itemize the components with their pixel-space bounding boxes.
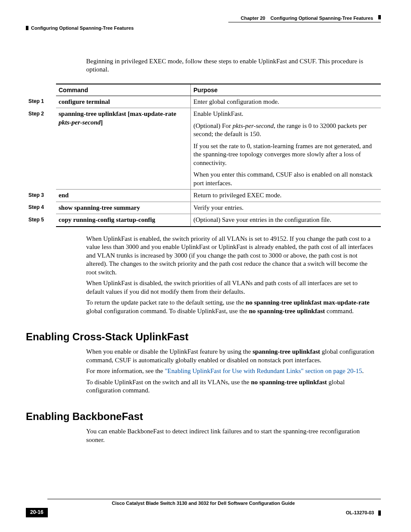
purpose-cell: Return to privileged EXEC mode. bbox=[191, 190, 381, 202]
body-paragraph: When UplinkFast is disabled, the switch … bbox=[86, 279, 377, 296]
footer-rule-endcap bbox=[378, 510, 381, 516]
col-purpose-header: Purpose bbox=[191, 84, 381, 96]
command-cell: spanning-tree uplinkfast [max-update-rat… bbox=[56, 108, 191, 190]
command-cell: copy running-config startup-config bbox=[56, 214, 191, 227]
page-number-badge: 20-16 bbox=[26, 508, 48, 517]
table-row: Step 3endReturn to privileged EXEC mode. bbox=[26, 190, 381, 202]
subheader-rule-endcap bbox=[26, 26, 28, 30]
table-row: Step 2spanning-tree uplinkfast [max-upda… bbox=[26, 108, 381, 190]
purpose-cell: Enable UplinkFast.(Optional) For pkts-pe… bbox=[191, 108, 381, 190]
table-row: Step 1configure terminalEnter global con… bbox=[26, 96, 381, 108]
purpose-cell: (Optional) Save your entries in the conf… bbox=[191, 214, 381, 227]
chapter-label: Chapter 20 bbox=[241, 15, 265, 21]
body-paragraph: For more information, see the "Enabling … bbox=[86, 367, 377, 376]
intro-paragraph: Beginning in privileged EXEC mode, follo… bbox=[86, 57, 377, 74]
command-cell: show spanning-tree summary bbox=[56, 202, 191, 214]
command-cell: end bbox=[56, 190, 191, 202]
body-paragraph: When UplinkFast is enabled, the switch p… bbox=[86, 235, 377, 277]
purpose-cell: Verify your entries. bbox=[191, 202, 381, 214]
procedure-table: Command Purpose Step 1configure terminal… bbox=[26, 84, 381, 227]
step-label: Step 3 bbox=[26, 190, 56, 202]
body-paragraph: You can enable BackboneFast to detect in… bbox=[86, 427, 377, 444]
section-heading-backbonefast: Enabling BackboneFast bbox=[26, 410, 381, 423]
step-label: Step 2 bbox=[26, 108, 56, 190]
table-row: Step 5copy running-config startup-config… bbox=[26, 214, 381, 227]
section-running-title: Configuring Optional Spanning-Tree Featu… bbox=[31, 25, 134, 31]
col-command-header: Command bbox=[56, 84, 191, 96]
body-paragraph: To return the update packet rate to the … bbox=[86, 299, 377, 315]
command-cell: configure terminal bbox=[56, 96, 191, 108]
section-heading-csuf: Enabling Cross-Stack UplinkFast bbox=[26, 330, 381, 343]
cross-reference-link[interactable]: "Enabling UplinkFast for Use with Redund… bbox=[165, 367, 362, 374]
running-footer: Cisco Catalyst Blade Switch 3130 and 303… bbox=[26, 499, 381, 517]
document-id: OL-13270-03 bbox=[346, 510, 374, 515]
header-rule-endcap bbox=[378, 15, 381, 19]
body-paragraph: When you enable or disable the UplinkFas… bbox=[86, 348, 377, 364]
purpose-cell: Enter global configuration mode. bbox=[191, 96, 381, 108]
footer-book-title: Cisco Catalyst Blade Switch 3130 and 303… bbox=[26, 500, 381, 506]
chapter-title: Configuring Optional Spanning-Tree Featu… bbox=[271, 15, 373, 21]
running-header: Chapter 20 Configuring Optional Spanning… bbox=[26, 15, 381, 31]
body-paragraph: To disable UplinkFast on the switch and … bbox=[86, 378, 377, 395]
table-row: Step 4show spanning-tree summaryVerify y… bbox=[26, 202, 381, 214]
step-label: Step 5 bbox=[26, 214, 56, 227]
step-label: Step 1 bbox=[26, 96, 56, 108]
step-label: Step 4 bbox=[26, 202, 56, 214]
